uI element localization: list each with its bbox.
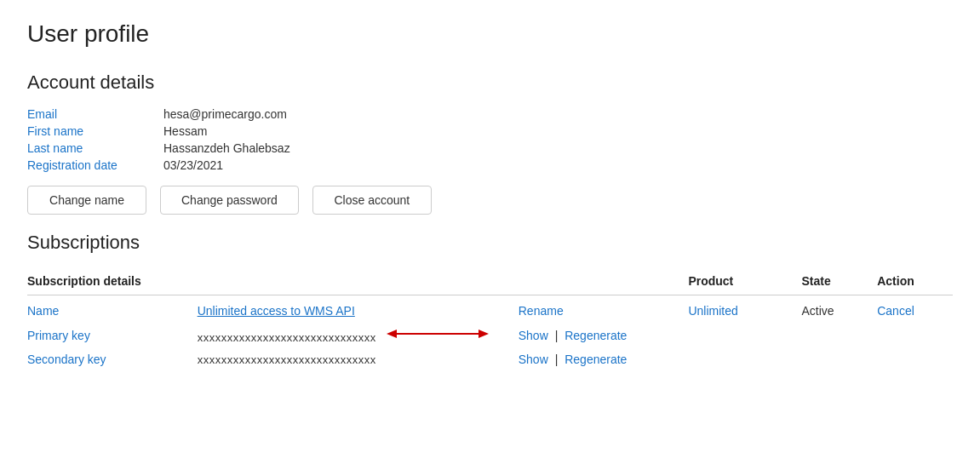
regdate-label: Registration date	[27, 158, 163, 172]
close-account-button[interactable]: Close account	[312, 186, 432, 215]
firstname-row: First name Hessam	[27, 124, 953, 138]
table-header-row: Subscription details Product State Actio…	[27, 267, 953, 295]
svg-marker-2	[387, 330, 397, 338]
header-actions	[519, 267, 689, 295]
table-row-primary-key: Primary key xxxxxxxxxxxxxxxxxxxxxxxxxxxx…	[27, 323, 953, 349]
primary-key-value: xxxxxxxxxxxxxxxxxxxxxxxxxxxxxx	[198, 331, 376, 344]
rename-cell: Rename	[519, 295, 689, 324]
firstname-value: Hessam	[163, 124, 207, 138]
primary-key-value-cell: xxxxxxxxxxxxxxxxxxxxxxxxxxxxxx	[198, 323, 519, 349]
account-actions: Change name Change password Close accoun…	[27, 186, 953, 215]
primary-show-link[interactable]: Show	[519, 329, 548, 342]
header-state: State	[801, 267, 877, 295]
regdate-value: 03/23/2021	[163, 158, 223, 172]
subscriptions-section: Subscriptions Subscription details Produ…	[27, 232, 953, 371]
subscription-name-link[interactable]: Unlimited access to WMS API	[198, 304, 355, 318]
email-value: hesa@primecargo.com	[163, 107, 287, 121]
primary-key-label: Primary key	[27, 323, 198, 349]
account-details-section: Account details Email hesa@primecargo.co…	[27, 72, 953, 215]
secondary-show-link[interactable]: Show	[519, 353, 548, 366]
header-value	[198, 267, 519, 295]
page-title: User profile	[27, 20, 953, 48]
secondary-key-label: Secondary key	[27, 349, 198, 371]
svg-marker-1	[479, 330, 489, 338]
primary-state-empty	[801, 323, 877, 349]
product-value-cell: Unlimited	[688, 295, 801, 324]
lastname-value: Hassanzdeh Ghalebsaz	[163, 141, 290, 155]
regdate-row: Registration date 03/23/2021	[27, 158, 953, 172]
header-action: Action	[877, 267, 953, 295]
lastname-row: Last name Hassanzdeh Ghalebsaz	[27, 141, 953, 155]
primary-action-empty	[877, 323, 953, 349]
email-row: Email hesa@primecargo.com	[27, 107, 953, 121]
secondary-action-empty	[877, 349, 953, 371]
name-value-cell: Unlimited access to WMS API	[198, 295, 519, 324]
firstname-label: First name	[27, 124, 163, 138]
name-label: Name	[27, 295, 198, 324]
primary-key-actions: Show | Regenerate	[519, 323, 689, 349]
secondary-key-value: xxxxxxxxxxxxxxxxxxxxxxxxxxxxxx	[198, 353, 376, 366]
secondary-separator: |	[555, 353, 559, 366]
secondary-key-actions: Show | Regenerate	[519, 349, 689, 371]
rename-link[interactable]: Rename	[519, 304, 564, 318]
primary-separator: |	[555, 329, 559, 342]
subscriptions-heading: Subscriptions	[27, 232, 953, 254]
secondary-product-empty	[688, 349, 801, 371]
cancel-cell: Cancel	[877, 295, 953, 324]
product-value: Unlimited	[688, 304, 737, 318]
state-value-cell: Active	[801, 295, 877, 324]
primary-regenerate-link[interactable]: Regenerate	[565, 329, 627, 342]
state-value: Active	[801, 304, 834, 318]
secondary-state-empty	[801, 349, 877, 371]
lastname-label: Last name	[27, 141, 163, 155]
header-product: Product	[688, 267, 801, 295]
email-label: Email	[27, 107, 163, 121]
cancel-link[interactable]: Cancel	[877, 304, 914, 318]
secondary-key-value-cell: xxxxxxxxxxxxxxxxxxxxxxxxxxxxxx	[198, 349, 519, 371]
primary-product-empty	[688, 323, 801, 349]
table-row-secondary-key: Secondary key xxxxxxxxxxxxxxxxxxxxxxxxxx…	[27, 349, 953, 371]
secondary-regenerate-link[interactable]: Regenerate	[565, 353, 627, 366]
header-subscription-details: Subscription details	[27, 267, 198, 295]
change-password-button[interactable]: Change password	[160, 186, 299, 215]
change-name-button[interactable]: Change name	[27, 186, 146, 215]
arrow-annotation	[387, 326, 489, 341]
account-details-heading: Account details	[27, 72, 953, 94]
subscriptions-table: Subscription details Product State Actio…	[27, 267, 953, 371]
table-row-name: Name Unlimited access to WMS API Rename …	[27, 295, 953, 324]
